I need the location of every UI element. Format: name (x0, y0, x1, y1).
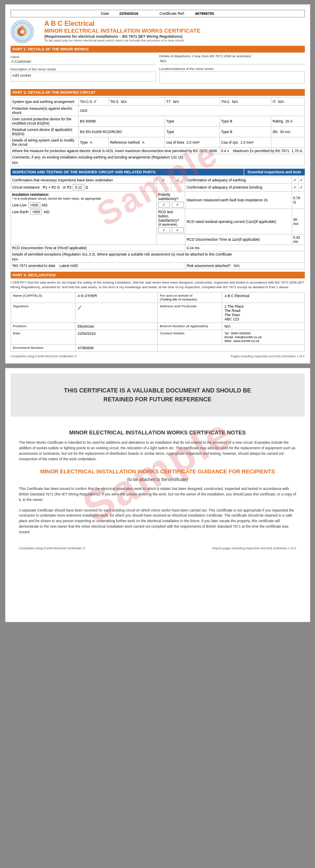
part1-header: PART 1: DETAILS OF THE MINOR WORKS (11, 46, 305, 53)
risk-cell: Risk assessment attached? N/A (185, 263, 304, 269)
signature-table: Name (CAPITALS) A N OTHER For and on beh… (11, 292, 305, 352)
location-label: Location/address of the minor works (159, 67, 305, 71)
rcd-disc5-value-cell: 0.24 ms (185, 245, 304, 251)
protection-value-cell: 0.4 s Maximum Zs permitted by BS 7671 1.… (220, 148, 304, 154)
rcd-rated-cell: RCD rated residual operatng current (1Δn… (185, 209, 292, 234)
rating-cell: Rating 20 A (271, 116, 304, 127)
inspection-table: Confirmation that necessary inspections … (11, 177, 305, 269)
date-label: Date (101, 11, 109, 16)
banner-text: THIS CERTIFICATE IS A VALUABLE DOCUMENT … (19, 386, 296, 404)
location-field: Location/address of the minor works (159, 67, 305, 84)
date2-label-cell: Date (11, 330, 75, 345)
part4-section: PART 4: DECLARATION I CERTIFY that the s… (11, 272, 305, 352)
overcurrent-value-cell: BS 60898 (78, 116, 165, 127)
guidance-body2: A separate Certificate should have been … (19, 508, 296, 535)
tt-cell: TT N/A (165, 98, 220, 106)
page2-banner: THIS CERTIFICATE IS A VALUABLE DOCUMENT … (11, 373, 305, 417)
location-value (159, 71, 305, 84)
wiring-label-cell: Details of wiring system used to modify … (11, 137, 78, 148)
page1-footer: Completed using iCertifi electrical cert… (11, 354, 305, 358)
part4-header: PART 4: DECLARATION (11, 272, 305, 278)
page-1: Sample Date 22/04/2016 Certificate Ref: … (5, 4, 310, 364)
name-label-cell: Name (CAPITALS) (11, 292, 75, 303)
confirm-inspections-cell: Confirmation that necessary inspections … (11, 177, 157, 184)
protection-label-cell: Where the measure for protection against… (11, 148, 220, 154)
type-cell: Type (165, 116, 220, 127)
polarity-cell: Polarity satisfactory? ✓ ✓ (157, 192, 185, 209)
client-field: Client: A Customer (11, 54, 156, 65)
bs7671-cell: *BS 7671 amended to date Latest AMD (11, 263, 185, 269)
company-info: A B C Electrical MINOR ELECTRICAL INSTAL… (45, 20, 305, 42)
company-logo (11, 20, 34, 43)
confirm-earthing-tick1: ✓ (292, 177, 298, 184)
client-value: A Customer (11, 59, 156, 65)
comments-label-cell: Comments, if any, on existing installati… (11, 154, 304, 166)
wiring-ref-cell: Reference method A (109, 137, 165, 148)
tncs-tick: ✓ (93, 99, 97, 104)
departures-field: Details of departures, if any, from BS 7… (159, 54, 305, 64)
cert-subtitle: (Requirements for electrical installatio… (45, 34, 305, 39)
departures-label: Details of departures, if any, from BS 7… (159, 54, 305, 58)
name-value-cell: A N OTHER (75, 292, 157, 303)
confirm-bonding-cell: Confirmation of adequacy of protective b… (185, 184, 292, 192)
date2-value-cell: 22/04/2016 (75, 330, 157, 345)
rcd-disc1-value-cell: 0.42 ms (292, 234, 304, 245)
part3-header: INSPECTION AND TESTING OF THE MODIFIED C… (11, 169, 244, 175)
part2-header: PART 2: DETAILS OF THE MODIFIED CIRCUIT (11, 89, 305, 96)
overcurrent-label-cell: Over current protective device for the m… (11, 116, 78, 127)
guidance-title: MINOR ELECTRICAL INSTALLATION WORKS CERT… (19, 468, 296, 475)
branch-label-cell: Branch Number (if applicable) (157, 323, 222, 330)
confirm-inspections-tick1: ✓ (157, 177, 171, 184)
cert-ref-label: Certificate Ref: (159, 11, 185, 16)
rcd-disc1-cell: RCD Disconnection Time at 1Δn(If applica… (185, 234, 292, 245)
enrolment-value-cell: 47383839 (75, 345, 157, 352)
guidance-sub: (to be attached to the certificate) (19, 477, 296, 482)
part3-section: INSPECTION AND TESTING OF THE MODIFIED C… (11, 169, 305, 269)
departures-value: N/A (159, 58, 305, 64)
cert-ref-value: 467888755 (195, 11, 214, 16)
notes-body: The Minor Works Certificate is intended … (19, 440, 296, 462)
cert-title: MINOR ELECTRICAL INSTALLATION WORKS CERT… (45, 28, 305, 34)
confirm-inspections-tick2: ✓ (171, 177, 185, 184)
polarity-tick1: ✓ (158, 202, 170, 208)
client-label: Client: (11, 55, 20, 59)
it-cell: IT N/A (271, 98, 304, 106)
position-label-cell: Position (11, 323, 75, 330)
max-earth-cell: Maximum measured earth fault loop impeda… (185, 192, 292, 209)
desc-field: Description of the minor works Add socke… (11, 67, 156, 82)
contact-value-cell: Tel 0000 000000 Email info@icertifi.co.u… (222, 330, 304, 345)
contact-label-cell: Contact Details (157, 330, 222, 345)
protective-value-cell: ADS (78, 106, 304, 116)
wiring-type-cell: Type A (78, 137, 109, 148)
part1-left: Client: A Customer Description of the mi… (11, 54, 156, 86)
rcd-label-cell: Residual current device (if applicable) … (11, 127, 78, 137)
notes-title: MINOR ELECTRICAL INSTALLATION WORKS CERT… (19, 429, 296, 436)
signature-image: 𝓁 (78, 304, 155, 312)
rcd-value-cell: BS EN 61009 RCD/RCBO (78, 127, 165, 137)
position-value-cell: Electrician (75, 323, 157, 330)
details-permitted-label-cell: Details of permitted exceptions (Regulat… (11, 251, 304, 263)
footer-left-1: Completed using iCertifi electrical cert… (11, 354, 77, 358)
part1-right: Details of departures, if any, from BS 7… (159, 54, 305, 86)
rcd-ion-cell: Iδn 30 mA (271, 127, 304, 137)
confirm-earthing-cell: Confirmation of adequacy of earthing (185, 177, 292, 184)
r2-value: 0.12 (72, 184, 84, 190)
svg-point-1 (20, 30, 24, 34)
page-2: Sample THIS CERTIFICATE IS A VALUABLE DO… (5, 368, 310, 622)
branch-value-cell: N/A (222, 323, 304, 330)
wiring-csa-cell: csa of lives 2.5 mm² (165, 137, 220, 148)
live-live-value: >500 (28, 202, 40, 208)
footer-right-2: Report pages including inspection and te… (212, 546, 296, 550)
system-label-cell: System type and earthing arrangement (11, 98, 78, 106)
rcd-rated-value-cell: 30 mA (292, 209, 304, 234)
rcd-type-cell: Type (165, 127, 220, 137)
essential-label: Essential inspections and tests (244, 169, 305, 175)
address-label-cell: Address and Postcode (157, 303, 222, 323)
page2-footer: Completed using iCertifi electrical cert… (11, 546, 305, 554)
footer-left-2: Completed using iCertifi electrical cert… (19, 546, 86, 550)
confirm-earthing-tick2: ✓ (298, 177, 304, 184)
cert-subtitle2: To be used only for minor electrical wor… (45, 39, 305, 42)
behalf-label-cell: For and on behalf of (Trading title of c… (157, 292, 222, 303)
tnc-cell: TN-C N/A (220, 98, 271, 106)
date-value: 22/04/2016 (119, 11, 138, 16)
